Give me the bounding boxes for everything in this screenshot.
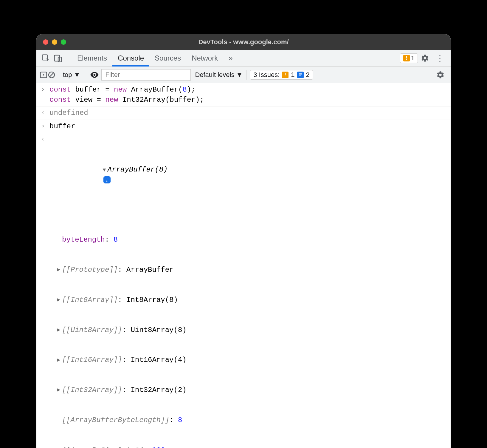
prop-name: byteLength — [62, 235, 105, 245]
tab-console[interactable]: Console — [112, 50, 149, 66]
console-settings-button[interactable] — [433, 71, 448, 79]
separator — [246, 70, 246, 80]
expand-toggle[interactable]: ▶ — [55, 296, 62, 304]
live-expression-button[interactable] — [88, 72, 101, 78]
object-tree: ▼ArrayBuffer(8) i ▶byteLength: 8 ▶[[Prot… — [49, 135, 451, 448]
tab-more[interactable]: » — [223, 50, 238, 66]
toggle-sidebar-button[interactable] — [39, 71, 48, 79]
context-label: top — [63, 71, 72, 79]
prop-name: [[Int32Array]] — [62, 385, 122, 395]
tab-elements[interactable]: Elements — [72, 50, 112, 66]
expand-toggle[interactable]: ▶ — [55, 326, 62, 334]
console-output: › const buffer = new ArrayBuffer(8);cons… — [36, 83, 451, 448]
prop-value[interactable]: Int32Array(2) — [131, 385, 186, 395]
prop-value: 922 — [152, 445, 165, 448]
titlebar: DevTools - www.google.com/ — [36, 34, 451, 50]
tab-sources-label: Sources — [155, 54, 181, 62]
main-tabbar: Elements Console Sources Network » ! 1 ⋮ — [36, 50, 451, 67]
warning-icon: ! — [282, 72, 289, 78]
result-chevron-icon: ‹ — [36, 108, 49, 118]
prop-name: [[Prototype]] — [62, 265, 118, 275]
input-chevron-icon: › — [36, 85, 49, 95]
prop-value[interactable]: ArrayBuffer — [126, 265, 173, 275]
settings-button[interactable] — [418, 54, 432, 62]
result-chevron-icon: ‹ — [36, 135, 49, 144]
prop-name: [[ArrayBufferByteLength]] — [62, 415, 169, 425]
console-input-entry: › const buffer = new ArrayBuffer(8);cons… — [36, 83, 451, 106]
prop-name: [[Uint8Array]] — [62, 325, 122, 335]
window-title: DevTools - www.google.com/ — [36, 38, 451, 46]
prop-value[interactable]: Uint8Array(8) — [131, 325, 186, 335]
warnings-badge[interactable]: ! 1 — [400, 53, 418, 63]
expand-toggle[interactable]: ▶ — [55, 356, 62, 364]
tab-sources[interactable]: Sources — [149, 50, 186, 66]
tab-network[interactable]: Network — [186, 50, 223, 66]
inspect-element-button[interactable] — [40, 52, 51, 64]
expand-toggle[interactable]: ▶ — [55, 266, 62, 274]
filter-input[interactable] — [101, 69, 191, 81]
more-tabs-icon: » — [229, 54, 232, 62]
expand-toggle[interactable]: ▶ — [55, 386, 62, 394]
undefined-value: undefined — [49, 108, 451, 118]
separator — [84, 70, 84, 80]
svg-point-6 — [94, 74, 96, 76]
console-result-entry: ‹ ▼ArrayBuffer(8) i ▶byteLength: 8 ▶[[Pr… — [36, 133, 451, 448]
separator — [68, 53, 68, 63]
code-text[interactable]: buffer — [49, 121, 451, 132]
prop-value[interactable]: Int16Array(4) — [131, 355, 186, 365]
prop-name: [[Int16Array]] — [62, 355, 122, 365]
info-badge-icon[interactable]: i — [103, 176, 111, 183]
separator — [59, 70, 59, 80]
svg-rect-1 — [55, 55, 60, 61]
warnings-count: 1 — [411, 54, 415, 62]
log-levels-selector[interactable]: Default levels ▼ — [195, 71, 243, 79]
tab-elements-label: Elements — [77, 54, 107, 62]
warning-icon: ! — [403, 55, 410, 61]
prop-value[interactable]: Int8Array(8) — [126, 295, 178, 305]
tab-network-label: Network — [192, 54, 218, 62]
object-summary[interactable]: ArrayBuffer(8) — [108, 166, 168, 174]
prop-value: 8 — [114, 235, 118, 245]
execution-context-selector[interactable]: top ▼ — [63, 71, 80, 79]
console-input-entry: › buffer — [36, 120, 451, 133]
chevron-down-icon: ▼ — [74, 71, 80, 79]
issues-label: 3 Issues: — [253, 71, 280, 79]
tab-console-label: Console — [118, 54, 144, 62]
issues-info-count: 2 — [306, 71, 310, 79]
console-toolbar: top ▼ Default levels ▼ 3 Issues: ! 1 2 — [36, 67, 451, 83]
svg-line-5 — [50, 73, 54, 77]
more-options-button[interactable]: ⋮ — [432, 53, 448, 63]
chevron-down-icon: ▼ — [236, 71, 243, 79]
log-levels-label: Default levels — [195, 71, 234, 79]
expand-toggle[interactable]: ▼ — [101, 166, 108, 174]
clear-console-button[interactable] — [48, 71, 55, 79]
devtools-window: DevTools - www.google.com/ Elements Cons… — [36, 34, 451, 448]
code-text[interactable]: const buffer = new ArrayBuffer(8);const … — [49, 85, 451, 105]
console-result-entry: ‹ undefined — [36, 106, 451, 120]
prop-value: 8 — [178, 415, 182, 425]
input-chevron-icon: › — [36, 121, 49, 131]
toggle-device-toolbar-button[interactable] — [52, 52, 64, 64]
info-icon — [297, 72, 304, 78]
prop-name: [[ArrayBufferData]] — [62, 445, 144, 448]
issues-button[interactable]: 3 Issues: ! 1 2 — [250, 70, 313, 80]
issues-warn-count: 1 — [291, 71, 294, 79]
prop-name: [[Int8Array]] — [62, 295, 118, 305]
